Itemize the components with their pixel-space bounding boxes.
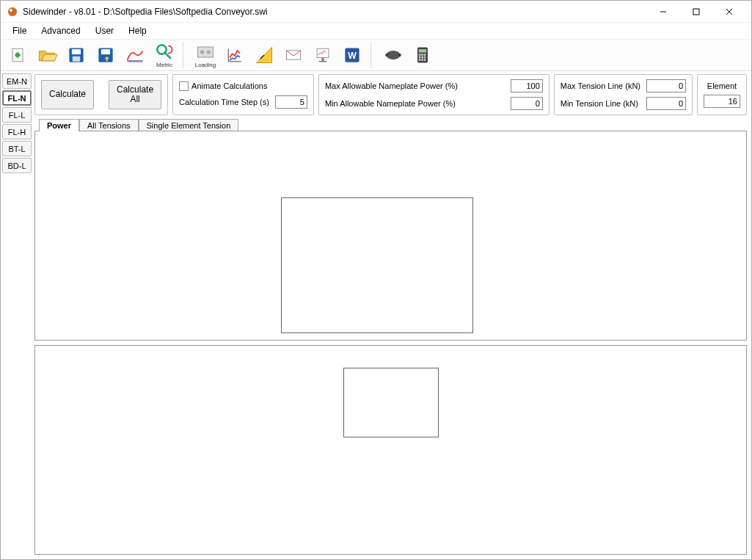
- plot-placeholder: [281, 197, 473, 333]
- min-tension-label: Min Tension Line (kN): [561, 99, 638, 108]
- animate-checkbox[interactable]: Animate Calculations: [179, 81, 267, 91]
- svg-rect-33: [419, 59, 421, 61]
- control-row: Calculate Calculate All Animate Calculat…: [34, 74, 747, 115]
- sidetab-em-n[interactable]: EM-N: [2, 73, 32, 89]
- svg-rect-28: [421, 54, 423, 56]
- svg-rect-32: [424, 57, 426, 59]
- gauge-icon[interactable]: [250, 40, 278, 70]
- timestep-input[interactable]: [275, 95, 307, 109]
- open-icon[interactable]: [33, 40, 61, 70]
- sidetab-fl-n[interactable]: FL-N: [2, 90, 32, 106]
- menubar: File Advanced User Help: [1, 23, 751, 39]
- svg-rect-34: [421, 59, 423, 61]
- svg-rect-14: [198, 47, 213, 57]
- motor-icon[interactable]: [379, 40, 407, 70]
- svg-point-22: [386, 51, 400, 59]
- svg-rect-27: [419, 54, 421, 56]
- svg-rect-11: [101, 49, 110, 54]
- svg-point-1: [10, 9, 12, 12]
- export-icon[interactable]: [92, 40, 120, 70]
- power-plot-panel: [34, 131, 747, 341]
- max-power-label: Max Allowable Nameplate Power (%): [325, 81, 458, 90]
- graph-icon[interactable]: [221, 40, 249, 70]
- svg-point-0: [8, 7, 17, 16]
- calculate-all-button[interactable]: Calculate All: [109, 80, 161, 109]
- menu-file[interactable]: File: [5, 24, 34, 37]
- metric-icon[interactable]: Metric: [150, 40, 178, 70]
- min-power-input[interactable]: [511, 97, 543, 110]
- tab-all-tensions[interactable]: All Tensions: [79, 119, 139, 131]
- svg-rect-3: [693, 9, 699, 15]
- max-tension-input[interactable]: [646, 79, 686, 92]
- svg-rect-30: [419, 57, 421, 59]
- window-title: Sidewinder - v8.01 - D:\Softpedia Files\…: [23, 7, 646, 17]
- svg-point-13: [157, 45, 166, 54]
- calc-icon[interactable]: [409, 40, 437, 70]
- sidetab-bd-l[interactable]: BD-L: [2, 158, 32, 173]
- min-power-label: Min Allowable Nameplate Power (%): [325, 99, 456, 108]
- sidetab-bt-l[interactable]: BT-L: [2, 141, 32, 156]
- svg-rect-29: [424, 54, 426, 56]
- toolbar-separator: [183, 42, 187, 68]
- word-icon[interactable]: W: [338, 40, 366, 70]
- model-icon[interactable]: [121, 40, 149, 70]
- plot-placeholder-small: [343, 368, 439, 437]
- sidetab-fl-h[interactable]: FL-H: [2, 124, 32, 139]
- calc-group: Calculate Calculate All: [34, 74, 168, 115]
- mail-icon[interactable]: [280, 40, 307, 70]
- menu-advanced[interactable]: Advanced: [34, 24, 87, 37]
- element-label: Element: [707, 81, 737, 90]
- svg-point-16: [207, 50, 211, 54]
- svg-rect-8: [72, 49, 81, 54]
- tab-power[interactable]: Power: [39, 119, 79, 131]
- element-group: Element: [697, 74, 747, 115]
- timestep-label: Calculation Time Step (s): [179, 98, 269, 106]
- loading-icon[interactable]: Loading: [191, 40, 219, 70]
- svg-rect-23: [386, 54, 389, 57]
- minimize-button[interactable]: [646, 1, 679, 22]
- tab-single-element-tension[interactable]: Single Element Tension: [139, 119, 239, 131]
- toolbar: Metric Loading W: [1, 39, 751, 71]
- toolbar-separator: [370, 42, 375, 68]
- timestep-group: Animate Calculations Calculation Time St…: [172, 74, 314, 115]
- result-tabs: Power All Tensions Single Element Tensio…: [34, 118, 747, 131]
- menu-help[interactable]: Help: [121, 24, 154, 37]
- menu-user[interactable]: User: [88, 24, 121, 37]
- svg-rect-35: [424, 59, 426, 61]
- titlebar: Sidewinder - v8.01 - D:\Softpedia Files\…: [1, 1, 751, 23]
- new-icon[interactable]: [4, 40, 32, 70]
- svg-rect-12: [128, 60, 143, 62]
- secondary-panel: [34, 345, 747, 555]
- svg-text:W: W: [348, 51, 357, 61]
- svg-point-15: [200, 50, 204, 54]
- side-tabs: EM-N FL-N FL-L FL-H BT-L BD-L: [1, 71, 33, 559]
- element-input[interactable]: [704, 95, 740, 108]
- app-icon: [7, 6, 18, 18]
- sidetab-fl-l[interactable]: FL-L: [2, 107, 32, 123]
- svg-rect-9: [73, 57, 81, 62]
- svg-rect-26: [419, 49, 427, 52]
- calculate-button[interactable]: Calculate: [41, 80, 94, 109]
- tension-group: Max Tension Line (kN) Min Tension Line (…: [554, 74, 693, 115]
- min-tension-input[interactable]: [646, 97, 686, 110]
- max-power-input[interactable]: [511, 79, 543, 92]
- max-tension-label: Max Tension Line (kN): [561, 81, 640, 90]
- maximize-button[interactable]: [679, 1, 712, 22]
- close-button[interactable]: [712, 1, 745, 22]
- svg-rect-31: [421, 57, 423, 59]
- power-group: Max Allowable Nameplate Power (%) Min Al…: [318, 74, 550, 115]
- svg-rect-24: [398, 54, 401, 57]
- chart-icon[interactable]: [309, 40, 337, 70]
- save-icon[interactable]: [62, 40, 90, 70]
